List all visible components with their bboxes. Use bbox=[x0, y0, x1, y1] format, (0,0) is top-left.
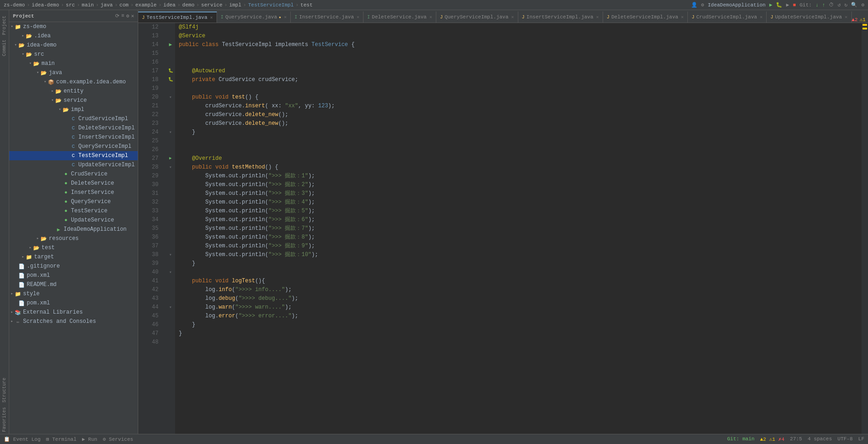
bc-main[interactable]: main bbox=[82, 2, 94, 8]
tab-close-queryservice[interactable]: ✕ bbox=[284, 14, 287, 20]
tree-item-resources[interactable]: ▸ 📂 resources bbox=[9, 234, 138, 243]
settings-button[interactable]: ⚙ bbox=[861, 2, 864, 8]
stop-button[interactable]: ■ bbox=[793, 2, 796, 8]
debug-button[interactable]: 🐛 bbox=[776, 2, 782, 8]
tree-item-test-impl[interactable]: C TestServiceImpl bbox=[9, 151, 138, 160]
bc-zs-demo[interactable]: zs-demo bbox=[4, 2, 25, 8]
bc-testserviceimpl[interactable]: TestServiceImpl bbox=[248, 2, 293, 8]
search-everywhere-button[interactable]: 🔍 bbox=[851, 2, 857, 8]
favorites-tab[interactable]: Favorites bbox=[1, 405, 8, 434]
tab-close-deleteserviceimpl[interactable]: ✕ bbox=[681, 14, 684, 20]
gutter-fold-28[interactable]: ▾ bbox=[166, 163, 175, 172]
sort-icon[interactable]: ≡ bbox=[121, 13, 124, 19]
tree-item-test-folder[interactable]: ▸ 📂 test bbox=[9, 243, 138, 252]
close-panel-icon[interactable]: ✕ bbox=[131, 13, 134, 19]
tree-item-src[interactable]: ▾ 📂 src bbox=[9, 50, 138, 59]
tree-item-package[interactable]: ▾ 📦 com.example.idea.demo bbox=[9, 77, 138, 87]
terminal[interactable]: ⊞ Terminal bbox=[46, 436, 76, 442]
tab-close-insertserviceimpl[interactable]: ✕ bbox=[596, 14, 599, 20]
tab-close-insertservice[interactable]: ✕ bbox=[357, 14, 359, 20]
tree-item-java-folder[interactable]: ▾ 📂 java bbox=[9, 68, 138, 77]
undo-button[interactable]: ↺ bbox=[838, 2, 841, 8]
tree-item-delete-service[interactable]: ● DeleteService bbox=[9, 179, 138, 188]
gutter-run-14[interactable]: ▶ bbox=[166, 41, 175, 49]
gutter-fold-20[interactable]: ▾ bbox=[166, 93, 175, 102]
run-with-coverage-button[interactable]: ▶ bbox=[786, 2, 789, 8]
vcs-icon[interactable]: ⚙ bbox=[701, 2, 704, 8]
tree-item-style[interactable]: ▸ 📁 style bbox=[9, 289, 138, 298]
tab-close-deleteservice[interactable]: ✕ bbox=[429, 14, 432, 20]
code-content[interactable]: @Slf4j @Service public class TestService… bbox=[175, 23, 862, 434]
bc-com[interactable]: com bbox=[119, 2, 129, 8]
run-panel[interactable]: ▶ Run bbox=[82, 436, 97, 442]
tab-updateserviceimpl[interactable]: J UpdateServiceImpl.java ✕ bbox=[767, 12, 851, 23]
bc-idea[interactable]: idea bbox=[164, 2, 176, 8]
update-button[interactable]: ↓ bbox=[815, 2, 819, 8]
bc-demo[interactable]: demo bbox=[182, 2, 194, 8]
tree-item-service[interactable]: ▾ 📂 service bbox=[9, 96, 138, 105]
gutter-fold-40[interactable]: ▾ bbox=[166, 268, 175, 277]
gutter-debug-18[interactable]: 🐛 bbox=[166, 76, 175, 84]
bc-java[interactable]: java bbox=[100, 2, 112, 8]
tab-close-queryserviceimpl[interactable]: ✕ bbox=[511, 14, 514, 20]
gutter-fold-24[interactable]: ▾ bbox=[166, 128, 175, 137]
tree-item-ext-libs[interactable]: ▸ 📚 External Libraries bbox=[9, 308, 138, 317]
tree-item-delete-impl[interactable]: C DeleteServiceImpl bbox=[9, 123, 138, 133]
project-tab[interactable]: Project bbox=[1, 14, 8, 37]
code-editor[interactable]: 12 13 14 15 16 17 18 19 20 21 22 23 24 2… bbox=[138, 23, 868, 434]
commit-tab[interactable]: Commit bbox=[1, 38, 8, 58]
tree-item-readme[interactable]: 📄 README.md bbox=[9, 280, 138, 289]
bc-service[interactable]: service bbox=[201, 2, 223, 8]
services-panel[interactable]: ⚙ Services bbox=[103, 436, 133, 442]
tab-deleteserviceimpl[interactable]: J DeleteServiceImpl.java ✕ bbox=[603, 12, 688, 23]
tree-item-insert-service[interactable]: ● InsertService bbox=[9, 188, 138, 197]
gutter-fold-38[interactable]: ▾ bbox=[166, 251, 175, 259]
tree-item-pom[interactable]: 📄 pom.xml bbox=[9, 271, 138, 280]
gutter-fold-44[interactable]: ▾ bbox=[166, 303, 175, 312]
event-log[interactable]: 📋 Event Log bbox=[4, 436, 41, 442]
push-button[interactable]: ↑ bbox=[822, 2, 826, 8]
run-button[interactable]: ▶ bbox=[769, 2, 773, 8]
tree-item-pom2[interactable]: 📄 pom.xml bbox=[9, 298, 138, 308]
tree-item-update-service[interactable]: ● UpdateService bbox=[9, 216, 138, 225]
tab-insertservice[interactable]: I InsertService.java ✕ bbox=[291, 12, 364, 23]
bc-src[interactable]: src bbox=[66, 2, 75, 8]
tree-item-entity[interactable]: ▸ 📂 entity bbox=[9, 87, 138, 96]
tree-item-target[interactable]: ▸ 📁 target bbox=[9, 252, 138, 262]
history-button[interactable]: ⏱ bbox=[829, 2, 834, 8]
tab-queryservice[interactable]: I QueryService.java ● ✕ bbox=[217, 12, 291, 23]
tab-deleteservice[interactable]: I DeleteService.java ✕ bbox=[364, 12, 436, 23]
tree-item-gitignore[interactable]: 📄 .gitignore bbox=[9, 262, 138, 271]
tab-close-crudserviceimpl[interactable]: ✕ bbox=[760, 14, 762, 20]
gutter-debug-17[interactable]: 🐛 bbox=[166, 67, 175, 76]
tree-item-main[interactable]: ▾ 📂 main bbox=[9, 59, 138, 68]
tree-item-crud-impl[interactable]: C CrudServiceImpl bbox=[9, 114, 138, 123]
redo-button[interactable]: ↻ bbox=[845, 2, 848, 8]
tab-testserviceimpl[interactable]: J TestServiceImpl.java ✕ bbox=[138, 12, 217, 23]
tab-queryserviceimpl[interactable]: J QueryServiceImpl.java ✕ bbox=[436, 12, 518, 23]
bc-test[interactable]: test bbox=[300, 2, 312, 8]
tree-item-insert-impl[interactable]: C InsertServiceImpl bbox=[9, 133, 138, 142]
tree-item-crud-service[interactable]: ● CrudService bbox=[9, 169, 138, 179]
tab-insertserviceimpl[interactable]: J InsertServiceImpl.java ✕ bbox=[518, 12, 603, 23]
gutter-run-27[interactable]: ▶ bbox=[166, 154, 175, 163]
tab-crudserviceimpl[interactable]: J CrudServiceImpl.java ✕ bbox=[688, 12, 767, 23]
tree-item-impl[interactable]: ▾ 📂 impl bbox=[9, 105, 138, 114]
tab-close-testserviceimpl[interactable]: ✕ bbox=[210, 15, 213, 20]
tree-item-update-impl[interactable]: C UpdateServiceImpl bbox=[9, 160, 138, 169]
tree-item-query-impl[interactable]: C QueryServiceImpl bbox=[9, 142, 138, 151]
tree-item-app[interactable]: ▶ IdeaDemoApplication bbox=[9, 225, 138, 234]
structure-tab[interactable]: Structure bbox=[1, 376, 8, 404]
tree-item-scratches[interactable]: ▸ ✏ Scratches and Consoles bbox=[9, 317, 138, 326]
bc-example[interactable]: example bbox=[135, 2, 157, 8]
bc-idea-demo[interactable]: idea-demo bbox=[32, 2, 59, 8]
tree-item-test-service[interactable]: ● TestService bbox=[9, 206, 138, 216]
bc-impl[interactable]: impl bbox=[229, 2, 241, 8]
user-icon[interactable]: 👤 bbox=[691, 2, 698, 8]
tree-item-idea[interactable]: ▸ 📂 .idea bbox=[9, 31, 138, 41]
tree-item-zs-demo[interactable]: ▾ 📁 zs-demo bbox=[9, 22, 138, 31]
tab-close-updateserviceimpl[interactable]: ✕ bbox=[845, 14, 847, 20]
tree-item-query-service[interactable]: ● QueryService bbox=[9, 197, 138, 206]
gear-icon[interactable]: ⚙ bbox=[126, 13, 129, 19]
sync-icon[interactable]: ⟳ bbox=[115, 13, 119, 19]
